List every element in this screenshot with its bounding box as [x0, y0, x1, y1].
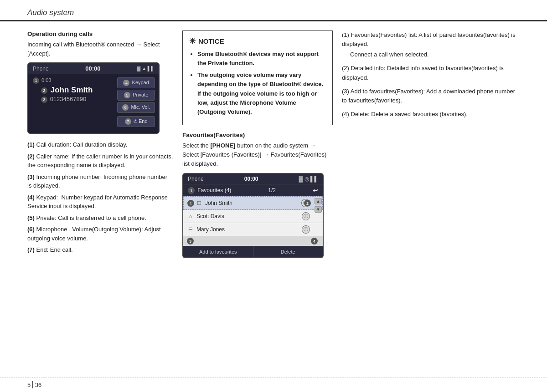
badge-4: 4: [123, 80, 129, 86]
phone-body-1: 1 0:03 2 John Smith 3 01234567890 4: [28, 74, 159, 133]
phone-side-buttons: 4 Keypad 5 Private 6 Mic. Vol. 7: [117, 77, 155, 127]
list-item: (3) Incoming phone number: Incoming phon…: [27, 173, 173, 190]
badge-3: 3: [41, 97, 47, 103]
fav-badge-2: 2: [304, 200, 311, 207]
chapter-number: 5: [27, 382, 31, 388]
fav-row-scott[interactable]: ⌂ Scott Davis ⓘ: [183, 210, 323, 223]
phone-mockup-1: Phone 00:00 ▓ ▲ ▌▌ 1 0:03 2 John Smith 3: [27, 62, 160, 134]
fav-header-row: 1 Favourites (4) 1/2 ↩: [183, 184, 323, 196]
notice-box: ✳ NOTICE Some Bluetooth® devices may not…: [182, 31, 333, 125]
fav-info-btn-3[interactable]: ⓘ: [302, 225, 310, 234]
scroll-down-btn[interactable]: ▼: [315, 206, 322, 213]
notice-list: Some Bluetooth® devices may not support …: [189, 50, 326, 117]
notice-item: Some Bluetooth® devices may not support …: [197, 50, 326, 68]
work-icon: ☰: [187, 226, 194, 233]
fav-name-mary: Mary Jones: [196, 226, 225, 233]
fav-info-btn-2[interactable]: ⓘ: [302, 212, 310, 220]
notice-item: The outgoing voice volume may vary depen…: [197, 71, 326, 117]
page-header: Audio system: [0, 0, 547, 21]
keypad-btn[interactable]: 4 Keypad: [117, 77, 155, 88]
fav-page: 1/2: [268, 187, 276, 193]
favourites-body: Select the [PHONE] button on the audio s…: [182, 141, 333, 168]
right-column: (1) Favourites(Favorites) list: A list o…: [342, 31, 520, 258]
page-wrapper: Audio system Operation during calls Inco…: [0, 0, 547, 392]
intro-text: Incoming call with Bluetooth® connected …: [27, 40, 173, 58]
add-to-favourites-btn[interactable]: Add to favourites: [183, 246, 253, 257]
phone-header-1: Phone 00:00 ▓ ▲ ▌▌: [28, 63, 159, 74]
page-number: 36: [35, 382, 41, 388]
right-item-4: (4) Delete: Delete a saved favourites (f…: [342, 110, 520, 119]
badge-2: 2: [41, 87, 47, 94]
fav-name-scott: Scott Davis: [196, 213, 224, 219]
favourites-heading: Favourites(Favorites): [182, 132, 333, 138]
call-features-list: (1) Call duration: Call duration display…: [27, 140, 173, 255]
phone-label-2: Phone: [188, 176, 204, 182]
list-item: (6) Microphone Volume(Outgoing Volume): …: [27, 225, 173, 243]
right-item-3: (3) Add to favourites(Favorites): Add a …: [342, 87, 520, 105]
operation-heading: Operation during calls: [27, 31, 173, 37]
footer-separator: [32, 381, 33, 388]
scroll-buttons: ▲ ▼: [315, 198, 322, 213]
badge-1: 1: [33, 77, 39, 84]
fav-badge-4: 4: [311, 238, 318, 244]
fav-badge-1: 1: [188, 187, 195, 194]
badge-7: 7: [125, 118, 131, 125]
phone-mockup-2: Phone 00:00 ▓ ◎ ▌▌ 1 Favourites (4) 1/2 …: [182, 173, 324, 258]
page-footer: 5 36: [0, 377, 547, 392]
list-item: (7) End: End call.: [27, 245, 173, 255]
fav-label: 1 Favourites (4): [188, 187, 231, 194]
right-item-1: (1) Favourites(Favorites) list: A list o…: [342, 31, 520, 59]
home-icon: ⌂: [187, 213, 194, 220]
fav-name-john: John Smith: [205, 200, 232, 206]
fav-badge-row: 3 4: [183, 236, 323, 246]
fav-footer: Add to favourites Delete: [183, 246, 323, 257]
phone-icons-2: ▓ ◎ ▌▌: [299, 176, 318, 182]
main-content: Operation during calls Incoming call wit…: [0, 31, 547, 258]
right-item-2: (2) Detailed info: Detailed info saved t…: [342, 64, 520, 82]
badge-6: 6: [122, 104, 129, 111]
fav-list: 1 ☐ John Smith ⓘ 2 ⌂ Scott Davis ⓘ ☰: [183, 196, 323, 246]
right-features-list: (1) Favourites(Favorites) list: A list o…: [342, 31, 520, 119]
end-btn[interactable]: 7 ✆ End: [117, 116, 155, 127]
private-btn[interactable]: 5 Private: [117, 90, 155, 101]
badge-5: 5: [124, 92, 130, 98]
phone-header-2: Phone 00:00 ▓ ◎ ▌▌: [183, 174, 323, 184]
left-column: Operation during calls Incoming call wit…: [27, 31, 173, 258]
scroll-up-btn[interactable]: ▲: [315, 198, 322, 204]
list-item: (4) Keypad: Number keypad for Automatic …: [27, 193, 173, 211]
fav-badge-3: 3: [187, 238, 194, 244]
phone-time-1: 00:00: [85, 65, 100, 72]
notice-asterisk-icon: ✳: [189, 36, 196, 46]
phone-time-2: 00:00: [244, 176, 258, 182]
list-item: (5) Private: Call is transferred to a ce…: [27, 214, 173, 223]
mic-vol-btn[interactable]: 6 Mic. Vol.: [117, 102, 155, 113]
phone-icons-1: ▓ ▲ ▌▌: [137, 66, 154, 71]
list-item: (2) Caller name: If the caller number is…: [27, 152, 173, 170]
contact-icon: ☐: [196, 199, 203, 207]
delete-btn[interactable]: Delete: [253, 246, 323, 257]
notice-title: ✳ NOTICE: [189, 36, 326, 46]
back-btn[interactable]: ↩: [313, 187, 318, 194]
list-item: (1) Call duration: Call duration display…: [27, 140, 173, 149]
fav-row-mary[interactable]: ☰ Mary Jones ⓘ: [183, 223, 323, 236]
phone-label-1: Phone: [33, 66, 49, 72]
page-title: Audio system: [27, 8, 74, 17]
mid-column: ✳ NOTICE Some Bluetooth® devices may not…: [182, 31, 333, 258]
fav-row-john[interactable]: 1 ☐ John Smith ⓘ 2: [183, 196, 323, 210]
fav-row-badge-1: 1: [187, 200, 194, 207]
